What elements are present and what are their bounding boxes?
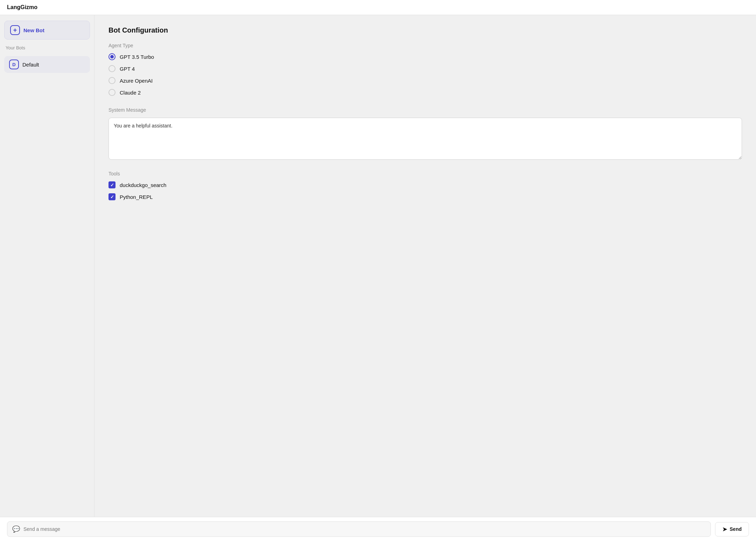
tools-section: Tools duckduckgo_search Python_REPL [108,171,742,200]
section-title: Bot Configuration [108,26,742,34]
agent-type-label: Agent Type [108,43,742,48]
checkbox-item-python-repl[interactable]: Python_REPL [108,193,742,200]
system-message-section: System Message [108,107,742,161]
send-label: Send [730,526,742,532]
radio-item-gpt35[interactable]: GPT 3.5 Turbo [108,53,742,60]
radio-item-azure[interactable]: Azure OpenAI [108,77,742,84]
checkbox-label-duckduckgo: duckduckgo_search [120,182,166,188]
tools-checkbox-group: duckduckgo_search Python_REPL [108,181,742,200]
checkbox-duckduckgo [108,181,115,188]
bot-avatar-default: D [9,60,19,69]
app-title: LangGizmo [7,4,37,11]
checkbox-python-repl [108,193,115,200]
radio-label-gpt35: GPT 3.5 Turbo [120,54,154,60]
new-bot-button[interactable]: + New Bot [4,21,90,40]
radio-circle-gpt4 [108,65,115,72]
radio-label-gpt4: GPT 4 [120,66,135,72]
message-input-wrap: 💬 [7,521,711,537]
chat-icon: 💬 [12,525,20,533]
checkbox-label-python-repl: Python_REPL [120,194,153,200]
radio-label-azure: Azure OpenAI [120,78,153,84]
radio-item-claude2[interactable]: Claude 2 [108,89,742,96]
sidebar: + New Bot Your Bots D Default [0,15,94,517]
send-icon: ➤ [722,526,727,533]
footer: 💬 ➤ Send [0,517,756,541]
agent-type-radio-group: GPT 3.5 Turbo GPT 4 Azure OpenAI Claude … [108,53,742,96]
content-area: Bot Configuration Agent Type GPT 3.5 Tur… [94,15,756,517]
system-message-textarea[interactable] [108,118,742,160]
bot-name-default: Default [22,62,39,68]
radio-label-claude2: Claude 2 [120,90,141,96]
main-layout: + New Bot Your Bots D Default Bot Config… [0,15,756,517]
tools-label: Tools [108,171,742,176]
radio-circle-azure [108,77,115,84]
new-bot-icon: + [10,25,20,35]
bot-item-default[interactable]: D Default [4,56,90,73]
new-bot-label: New Bot [23,27,44,33]
system-message-label: System Message [108,107,742,113]
radio-item-gpt4[interactable]: GPT 4 [108,65,742,72]
radio-circle-gpt35 [108,53,115,60]
radio-circle-claude2 [108,89,115,96]
message-input[interactable] [23,526,706,532]
your-bots-label: Your Bots [4,44,90,52]
checkbox-item-duckduckgo[interactable]: duckduckgo_search [108,181,742,188]
app-header: LangGizmo [0,0,756,15]
agent-type-section: Agent Type GPT 3.5 Turbo GPT 4 Azure Ope… [108,43,742,96]
send-button[interactable]: ➤ Send [715,522,749,536]
